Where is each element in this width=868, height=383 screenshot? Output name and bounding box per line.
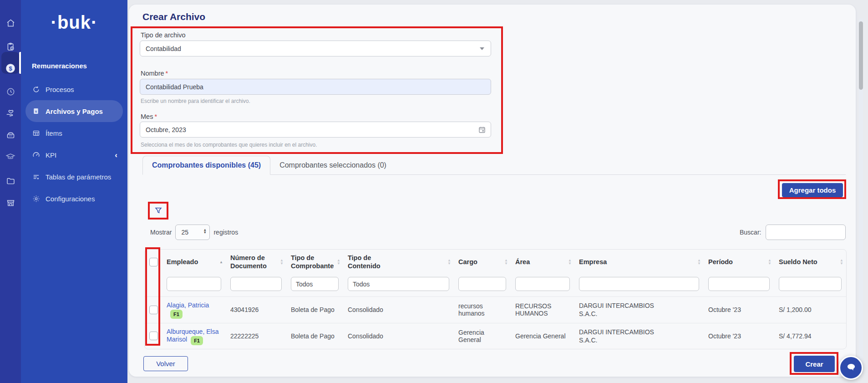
cell-empresa: DARGUI INTERCAMBIOS S.A.C.: [574, 297, 704, 323]
file-type-select[interactable]: Contabilidad: [140, 41, 491, 56]
cell-tipo_contenido: Consolidado: [343, 323, 454, 349]
folder-icon[interactable]: [0, 170, 21, 192]
table-filter-row: TodosTodos: [145, 274, 846, 297]
gauge-icon: [32, 151, 40, 159]
page-size-control: Mostrar 25 ▴▾ registros: [150, 225, 238, 240]
svg-text:s: s: [35, 109, 37, 113]
column-header-empleado[interactable]: Empleado▲: [162, 250, 226, 274]
sort-icon[interactable]: ▲▼: [568, 259, 572, 265]
records-label: registros: [213, 229, 238, 236]
back-button[interactable]: Volver: [143, 356, 188, 371]
filter-input-numero_documento[interactable]: [230, 277, 282, 291]
filter-select-tipo_contenido[interactable]: Todos: [348, 277, 449, 291]
home-icon[interactable]: [0, 12, 21, 34]
tab-comprobantes-seleccionados[interactable]: Comprobantes seleccionados (0): [270, 156, 396, 174]
tab-bar: Comprobantes disponibles (45) Comprobant…: [142, 155, 846, 175]
chat-bubble-icon: [845, 361, 857, 375]
sort-icon[interactable]: ▲▼: [840, 259, 843, 265]
month-input[interactable]: Octubre, 2023: [140, 122, 491, 138]
file-type-value: Contabilidad: [146, 45, 181, 52]
list-plus-icon: [32, 173, 40, 181]
filter-toggle-button[interactable]: [151, 204, 166, 219]
payroll-coin-icon[interactable]: $: [0, 57, 21, 79]
cell-sueldo_neto: S/ 1,200.00: [774, 297, 846, 323]
cell-cargo: recursos humanos: [454, 297, 511, 323]
document-icon: s: [32, 107, 40, 115]
main-card: Crear Archivo Tipo de archivo Contabilid…: [129, 5, 856, 377]
filter-input-cargo[interactable]: [458, 277, 506, 291]
column-header-tipo_contenido[interactable]: Tipo de Contenido▲▼: [343, 250, 454, 274]
create-button[interactable]: Crear: [794, 356, 835, 372]
page-scrollbar-thumb[interactable]: [859, 21, 863, 90]
required-asterisk: *: [166, 70, 168, 77]
row-checkbox[interactable]: [149, 332, 158, 340]
table-icon: [32, 129, 40, 137]
search-control: Buscar:: [740, 225, 846, 240]
sidebar-item-label: Configuraciones: [46, 195, 95, 203]
sidebar-rail: $: [0, 0, 21, 383]
sidebar-item-items[interactable]: Ítems: [21, 122, 127, 144]
cell-tipo_contenido: Consolidado: [343, 297, 454, 323]
sidebar-item-archivos-y-pagos[interactable]: s Archivos y Pagos: [25, 100, 123, 122]
add-all-button[interactable]: Agregar todos: [782, 183, 843, 197]
cell-area: Gerencia General: [511, 323, 574, 349]
filter-input-empresa[interactable]: [579, 277, 699, 291]
sort-icon[interactable]: ▲▼: [697, 259, 701, 265]
hand-heart-icon[interactable]: [0, 102, 21, 124]
education-icon[interactable]: [0, 146, 21, 168]
sidebar-item-label: Archivos y Pagos: [46, 107, 103, 115]
calendar-icon[interactable]: [478, 126, 486, 135]
buk-logo: ·buk·: [21, 12, 127, 33]
cell-numero_documento: 43041926: [226, 297, 286, 323]
select-all-checkbox[interactable]: [149, 258, 158, 266]
benefits-icon[interactable]: [0, 124, 21, 146]
page-size-value: 25: [181, 229, 188, 236]
column-header-periodo[interactable]: Período▲▼: [704, 250, 774, 274]
storefront-icon[interactable]: [0, 192, 21, 214]
page-title: Crear Archivo: [142, 11, 205, 22]
cell-periodo: Octubre '23: [704, 297, 774, 323]
tab-comprobantes-disponibles[interactable]: Comprobantes disponibles (45): [142, 156, 270, 175]
filter-input-area[interactable]: [515, 277, 570, 291]
filter-input-empleado[interactable]: [167, 277, 221, 291]
column-header-cargo[interactable]: Cargo▲▼: [454, 250, 511, 274]
sidebar-nav: Procesos s Archivos y Pagos Ítems KPI ‹: [21, 78, 127, 209]
clipboard-clock-icon[interactable]: [0, 36, 21, 57]
sort-icon[interactable]: ▲▼: [768, 259, 772, 265]
row-checkbox[interactable]: [149, 306, 158, 314]
filter-select-tipo_comprobante[interactable]: Todos: [291, 277, 339, 291]
sort-icon[interactable]: ▲▼: [280, 259, 284, 265]
name-input[interactable]: [140, 79, 491, 95]
filter-input-sueldo_neto[interactable]: [779, 277, 842, 291]
column-header-numero_documento[interactable]: Número de Documento▲▼: [226, 250, 286, 274]
sidebar-item-kpi[interactable]: KPI ‹: [21, 144, 127, 166]
employee-link[interactable]: Alagia, Patricia: [167, 301, 209, 309]
records-table: Empleado▲Número de Documento▲▼Tipo de Co…: [144, 249, 847, 349]
page-size-select[interactable]: 25 ▴▾: [175, 225, 210, 240]
cell-area: RECURSOS HUMANOS: [511, 297, 574, 323]
sort-icon[interactable]: ▲: [219, 260, 223, 264]
sidebar-item-configuraciones[interactable]: Configuraciones: [21, 188, 127, 209]
clock-icon[interactable]: [0, 81, 21, 102]
sidebar-item-procesos[interactable]: Procesos: [21, 78, 127, 100]
month-help-text: Selecciona el mes de los comprobantes qu…: [141, 142, 317, 148]
column-header-area[interactable]: Área▲▼: [511, 250, 574, 274]
required-asterisk: *: [154, 113, 157, 120]
column-header-sueldo_neto[interactable]: Sueldo Neto▲▼: [774, 250, 846, 274]
cell-sueldo_neto: S/ 4,772.94: [774, 323, 846, 349]
column-header-tipo_comprobante[interactable]: Tipo de Comprobante▲▼: [286, 250, 343, 274]
cell-tipo_comprobante: Boleta de Pago: [286, 297, 343, 323]
column-header-empresa[interactable]: Empresa▲▼: [574, 250, 704, 274]
sidebar-item-tablas-de-parametros[interactable]: Tablas de parámetros: [21, 166, 127, 188]
chevron-left-icon[interactable]: ‹: [115, 151, 117, 159]
chevron-down-icon: [480, 47, 484, 50]
filter-input-periodo[interactable]: [708, 277, 770, 291]
sort-icon[interactable]: ▲▼: [337, 259, 340, 265]
sort-icon[interactable]: ▲▼: [447, 259, 451, 265]
name-help-text: Escribe un nombre para identificar el ar…: [141, 98, 250, 104]
sort-icon[interactable]: ▲▼: [504, 259, 508, 265]
chat-button[interactable]: [839, 356, 863, 380]
search-input[interactable]: [766, 225, 846, 240]
page-scrollbar-track[interactable]: [859, 18, 863, 377]
cell-empresa: DARGUI INTERCAMBIOS S.A.C.: [574, 323, 704, 349]
